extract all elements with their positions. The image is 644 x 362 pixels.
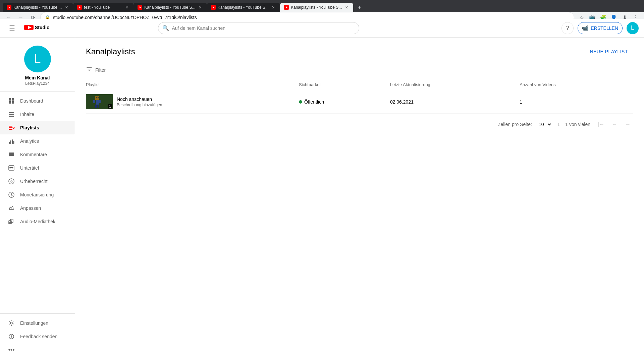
first-page-button[interactable]: |← bbox=[596, 119, 606, 130]
tab-3[interactable]: Kanalplaylists - YouTube S... ✕ bbox=[133, 3, 207, 12]
sidebar-item-feedback[interactable]: Feedback senden bbox=[0, 330, 75, 343]
tab-1-close[interactable]: ✕ bbox=[64, 5, 69, 10]
einstellungen-icon bbox=[8, 320, 15, 326]
sidebar-item-einstellungen[interactable]: Einstellungen bbox=[0, 316, 75, 330]
svg-point-40 bbox=[10, 322, 12, 324]
analytics-icon bbox=[8, 138, 15, 144]
svg-text:Studio: Studio bbox=[35, 25, 50, 30]
filter-icon bbox=[86, 66, 93, 74]
tab-5-title: Kanalplaylists - YouTube S... bbox=[291, 5, 342, 10]
col-header-anzahl-videos: Anzahl von Videos bbox=[514, 79, 633, 90]
sidebar-item-urheberrecht-label: Urheberrecht bbox=[20, 179, 48, 184]
sidebar-item-analytics-label: Analytics bbox=[20, 138, 39, 144]
playlist-name: Noch anschauen bbox=[117, 97, 162, 102]
tab-5[interactable]: Kanalplaylists - YouTube S... ✕ bbox=[280, 3, 353, 12]
tab-2-favicon bbox=[77, 5, 82, 10]
svg-rect-20 bbox=[9, 126, 12, 127]
sidebar-item-kommentare-label: Kommentare bbox=[20, 152, 47, 157]
sidebar-item-inhalte[interactable]: Inhalte bbox=[0, 108, 75, 121]
svg-rect-45 bbox=[93, 100, 95, 103]
tab-4-title: Kanalplaylists - YouTube S... bbox=[218, 5, 269, 10]
playlist-description: Beschreibung hinzufügen bbox=[117, 103, 162, 107]
tab-2-close[interactable]: ✕ bbox=[124, 5, 129, 10]
next-page-button[interactable]: → bbox=[623, 119, 633, 130]
svg-rect-43 bbox=[95, 96, 99, 100]
new-tab-button[interactable]: + bbox=[355, 3, 364, 12]
svg-rect-26 bbox=[10, 140, 11, 144]
visibility-label: Öffentlich bbox=[304, 99, 324, 105]
sidebar-item-anpassen[interactable]: Anpassen bbox=[0, 201, 75, 215]
sidebar-divider-top bbox=[0, 91, 75, 92]
tab-4[interactable]: Kanalplaylists - YouTube S... ✕ bbox=[207, 3, 280, 12]
last-updated-cell: 02.06.2021 bbox=[385, 90, 514, 114]
erstellen-label: ERSTELLEN bbox=[591, 25, 618, 31]
tab-3-title: Kanalplaylists - YouTube S... bbox=[144, 5, 195, 10]
sidebar-item-audio-mediathek-label: Audio-Mediathek bbox=[20, 219, 55, 224]
tab-5-favicon bbox=[284, 5, 289, 10]
search-input[interactable] bbox=[172, 25, 355, 31]
svg-rect-37 bbox=[10, 219, 13, 223]
rows-per-page-label: Zeilen pro Seite: bbox=[498, 122, 532, 127]
svg-rect-48 bbox=[98, 105, 99, 108]
page-header: Kanalplaylists NEUE PLAYLIST bbox=[86, 46, 633, 58]
sidebar-bottom: Einstellungen Feedback senden ••• bbox=[0, 313, 75, 359]
sidebar-item-more[interactable]: ••• bbox=[0, 343, 75, 357]
tab-1[interactable]: Kanalplaylists - YouTube ... ✕ bbox=[3, 3, 73, 12]
svg-text:©: © bbox=[10, 180, 13, 183]
avatar[interactable]: L bbox=[627, 22, 639, 34]
sidebar-item-monetarisierung-label: Monetarisierung bbox=[20, 192, 54, 197]
sidebar-item-untertitel[interactable]: Untertitel bbox=[0, 161, 75, 175]
tab-2[interactable]: test - YouTube ✕ bbox=[73, 3, 133, 12]
channel-avatar[interactable]: L bbox=[24, 46, 51, 72]
sidebar-item-analytics[interactable]: Analytics bbox=[0, 134, 75, 148]
urheberrecht-icon: © bbox=[8, 178, 15, 185]
inhalte-icon bbox=[8, 111, 15, 118]
youtube-studio-logo[interactable]: Studio bbox=[24, 23, 54, 33]
svg-rect-28 bbox=[13, 141, 14, 144]
filter-bar[interactable]: Filter bbox=[86, 66, 633, 74]
tab-2-title: test - YouTube bbox=[84, 5, 122, 10]
svg-rect-49 bbox=[96, 97, 97, 98]
anpassen-icon bbox=[8, 205, 15, 212]
svg-rect-46 bbox=[99, 100, 101, 103]
content-area: Kanalplaylists NEUE PLAYLIST Filter Play… bbox=[75, 38, 644, 362]
browser-chrome: Kanalplaylists - YouTube ... ✕ test - Yo… bbox=[0, 0, 644, 19]
svg-rect-22 bbox=[9, 129, 12, 130]
erstellen-button[interactable]: 📹 ERSTELLEN bbox=[578, 22, 623, 34]
search-icon: 🔍 bbox=[162, 25, 169, 31]
tab-5-close[interactable]: ✕ bbox=[344, 5, 349, 10]
app-header: ☰ Studio 🔍 ? 📹 ERSTELLEN L bbox=[0, 19, 644, 38]
svg-rect-50 bbox=[98, 97, 99, 98]
tab-3-close[interactable]: ✕ bbox=[198, 5, 203, 10]
thumb-character: 1 bbox=[86, 94, 113, 109]
sidebar-item-kommentare[interactable]: Kommentare bbox=[0, 148, 75, 161]
svg-rect-31 bbox=[12, 169, 13, 169]
sidebar-item-feedback-label: Feedback senden bbox=[20, 334, 57, 339]
playlist-thumbnail[interactable]: 1 bbox=[86, 94, 113, 109]
svg-rect-18 bbox=[9, 114, 14, 115]
channel-name: Mein Kanal bbox=[25, 75, 50, 80]
table-row: 1 Noch anschauen Beschreibung hinzufügen bbox=[86, 90, 633, 114]
sidebar-item-playlists[interactable]: Playlists bbox=[0, 121, 75, 134]
thumb-count-overlay: 1 bbox=[108, 104, 112, 109]
sidebar-item-monetarisierung[interactable]: $ Monetarisierung bbox=[0, 188, 75, 201]
hamburger-menu-button[interactable]: ☰ bbox=[5, 21, 19, 35]
audio-mediathek-icon bbox=[8, 218, 15, 225]
rows-per-page-select[interactable]: 10 25 50 bbox=[535, 120, 552, 129]
sidebar-item-audio-mediathek[interactable]: Audio-Mediathek bbox=[0, 215, 75, 228]
help-button[interactable]: ? bbox=[561, 22, 574, 34]
search-input-wrap[interactable]: 🔍 bbox=[158, 22, 359, 34]
playlist-cell: 1 Noch anschauen Beschreibung hinzufügen bbox=[86, 90, 293, 114]
youtube-logo-icon: Studio bbox=[24, 23, 54, 33]
neue-playlist-button[interactable]: NEUE PLAYLIST bbox=[584, 46, 633, 58]
sidebar-channel: L Mein Kanal LetsPlay1234 bbox=[0, 40, 75, 88]
tab-1-favicon bbox=[7, 5, 11, 10]
tab-4-close[interactable]: ✕ bbox=[271, 5, 276, 10]
prev-page-button[interactable]: ← bbox=[609, 119, 620, 130]
search-bar: 🔍 bbox=[158, 22, 359, 34]
sidebar-item-urheberrecht[interactable]: © Urheberrecht bbox=[0, 175, 75, 188]
video-count-cell: 1 bbox=[514, 90, 633, 114]
untertitel-icon bbox=[8, 165, 15, 171]
sidebar-item-inhalte-label: Inhalte bbox=[20, 112, 34, 117]
sidebar-item-dashboard[interactable]: Dashboard bbox=[0, 94, 75, 108]
